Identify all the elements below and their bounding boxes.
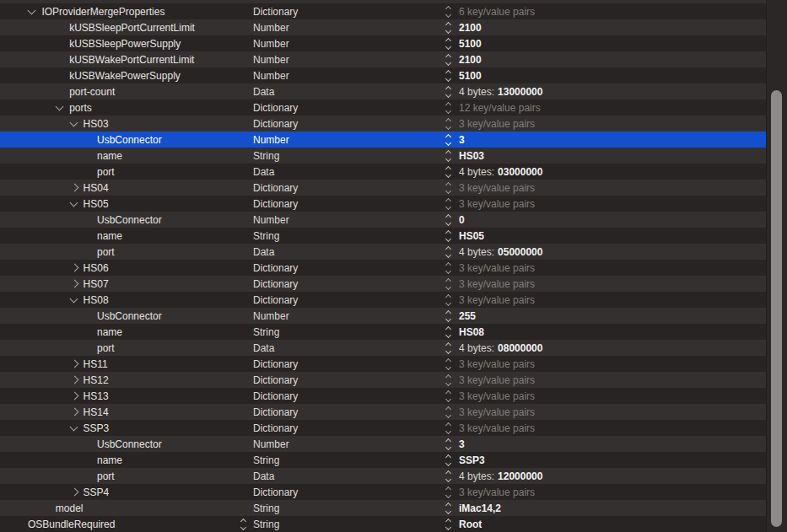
type-cell[interactable]: Data xyxy=(253,83,444,99)
plist-row[interactable]: kUSBWakePowerSupply Number 5100 xyxy=(0,67,767,83)
value-stepper-icon[interactable] xyxy=(444,391,453,401)
value-stepper-icon[interactable] xyxy=(444,39,453,49)
plist-row[interactable]: OSBundleRequired String Root xyxy=(0,516,767,532)
type-cell[interactable]: Number xyxy=(253,308,444,324)
type-cell[interactable]: Dictionary xyxy=(253,484,444,500)
value-stepper-icon[interactable] xyxy=(444,407,453,417)
type-cell[interactable]: Number xyxy=(253,132,444,148)
plist-row[interactable]: ports Dictionary 12 key/value pairs xyxy=(0,99,767,116)
type-cell[interactable]: Dictionary xyxy=(253,116,444,132)
vertical-scrollbar-track[interactable] xyxy=(766,0,787,532)
value-cell[interactable]: 4 bytes:12000000 xyxy=(444,468,767,484)
plist-row[interactable]: port Data 4 bytes:03000000 xyxy=(0,164,767,180)
disclosure-triangle-icon[interactable] xyxy=(70,360,78,368)
value-cell[interactable]: 3 key/value pairs xyxy=(444,292,767,308)
value-stepper-icon[interactable] xyxy=(444,375,453,385)
value-stepper-icon[interactable] xyxy=(444,295,453,305)
type-cell[interactable]: String xyxy=(253,500,444,516)
value-cell[interactable]: Root xyxy=(444,516,767,532)
value-stepper-icon[interactable] xyxy=(444,215,453,225)
type-cell[interactable]: String xyxy=(253,148,444,164)
value-stepper-icon[interactable] xyxy=(444,71,453,81)
type-cell[interactable]: Number xyxy=(253,51,444,67)
value-stepper-icon[interactable] xyxy=(444,231,453,241)
value-stepper-icon[interactable] xyxy=(444,103,453,113)
value-stepper-icon[interactable] xyxy=(444,23,453,33)
value-cell[interactable]: 3 key/value pairs xyxy=(444,420,767,436)
value-stepper-icon[interactable] xyxy=(444,247,453,257)
plist-row[interactable]: SSP3 Dictionary 3 key/value pairs xyxy=(0,420,767,436)
type-cell[interactable]: String xyxy=(253,228,444,244)
plist-row[interactable]: HS04 Dictionary 3 key/value pairs xyxy=(0,180,767,196)
value-stepper-icon[interactable] xyxy=(444,279,453,289)
value-cell[interactable]: 3 key/value pairs xyxy=(444,276,767,292)
value-cell[interactable]: 3 key/value pairs xyxy=(444,372,767,388)
plist-row[interactable]: UsbConnector Number 255 xyxy=(0,308,767,324)
plist-row[interactable]: HS12 Dictionary 3 key/value pairs xyxy=(0,372,767,388)
type-cell[interactable]: Data xyxy=(253,164,444,180)
value-stepper-icon[interactable] xyxy=(444,455,453,465)
value-cell[interactable]: HS05 xyxy=(444,228,767,244)
disclosure-triangle-icon[interactable] xyxy=(70,280,78,288)
type-cell[interactable]: Dictionary xyxy=(253,260,444,276)
plist-row[interactable]: port Data 4 bytes:08000000 xyxy=(0,340,767,356)
plist-row[interactable]: model String iMac14,2 xyxy=(0,500,767,516)
value-cell[interactable]: 0 xyxy=(444,212,767,228)
value-cell[interactable]: HS08 xyxy=(444,324,767,340)
value-cell[interactable]: iMac14,2 xyxy=(444,500,767,516)
plist-row[interactable]: kUSBSleepPowerSupply Number 5100 xyxy=(0,35,767,51)
value-cell[interactable]: 3 key/value pairs xyxy=(444,116,767,132)
value-stepper-icon[interactable] xyxy=(444,343,453,353)
plist-row[interactable]: HS07 Dictionary 3 key/value pairs xyxy=(0,276,767,292)
type-cell[interactable]: Data xyxy=(253,244,444,260)
plist-row[interactable]: name String HS05 xyxy=(0,228,767,244)
value-stepper-icon[interactable] xyxy=(444,487,453,497)
value-cell[interactable]: 5100 xyxy=(444,67,767,83)
plist-row[interactable]: name String HS03 xyxy=(0,148,767,164)
plist-row[interactable]: port Data 4 bytes:12000000 xyxy=(0,468,767,484)
value-cell[interactable]: 3 key/value pairs xyxy=(444,404,767,420)
value-cell[interactable]: 6 key/value pairs xyxy=(444,3,767,19)
value-cell[interactable]: 3 key/value pairs xyxy=(444,260,767,276)
type-cell[interactable]: Data xyxy=(253,468,444,484)
plist-row[interactable]: kUSBSleepPortCurrentLimit Number 2100 xyxy=(0,19,767,35)
value-cell[interactable]: 3 key/value pairs xyxy=(444,196,767,212)
disclosure-triangle-icon[interactable] xyxy=(70,264,78,272)
plist-row[interactable]: HS05 Dictionary 3 key/value pairs xyxy=(0,196,767,212)
plist-row[interactable]: UsbConnector Number 3 xyxy=(0,132,767,148)
type-cell[interactable]: Dictionary xyxy=(253,356,444,372)
value-cell[interactable]: 3 key/value pairs xyxy=(444,484,767,500)
value-stepper-icon[interactable] xyxy=(444,151,453,161)
type-cell[interactable]: Dictionary xyxy=(253,292,444,308)
type-cell[interactable]: Number xyxy=(253,67,444,83)
value-stepper-icon[interactable] xyxy=(444,87,453,97)
type-cell[interactable]: Dictionary xyxy=(253,196,444,212)
value-cell[interactable]: 4 bytes:13000000 xyxy=(444,83,767,99)
disclosure-triangle-icon[interactable] xyxy=(70,488,78,497)
value-cell[interactable]: 4 bytes:03000000 xyxy=(444,164,767,180)
value-stepper-icon[interactable] xyxy=(444,423,453,433)
plist-row[interactable]: HS11 Dictionary 3 key/value pairs xyxy=(0,356,767,372)
type-cell[interactable]: Dictionary xyxy=(253,99,444,116)
value-cell[interactable]: SSP3 xyxy=(444,452,767,468)
value-stepper-icon[interactable] xyxy=(444,471,453,481)
plist-row[interactable]: HS08 Dictionary 3 key/value pairs xyxy=(0,292,767,308)
disclosure-triangle-icon[interactable] xyxy=(70,392,78,400)
plist-row[interactable]: kUSBWakePortCurrentLimit Number 2100 xyxy=(0,51,767,67)
type-cell[interactable]: Number xyxy=(253,35,444,51)
type-cell[interactable]: Number xyxy=(253,212,444,228)
value-stepper-icon[interactable] xyxy=(444,55,453,65)
plist-row[interactable]: name String SSP3 xyxy=(0,452,767,468)
value-stepper-icon[interactable] xyxy=(444,135,453,145)
disclosure-triangle-icon[interactable] xyxy=(56,102,64,110)
value-cell[interactable]: 3 xyxy=(444,132,767,148)
plist-row[interactable]: UsbConnector Number 0 xyxy=(0,212,767,228)
value-cell[interactable]: 3 xyxy=(444,436,767,452)
value-stepper-icon[interactable] xyxy=(444,327,453,337)
plist-row[interactable]: HS06 Dictionary 3 key/value pairs xyxy=(0,260,767,276)
type-cell[interactable]: Dictionary xyxy=(253,388,444,404)
type-cell[interactable]: String xyxy=(253,516,444,532)
type-cell[interactable]: Data xyxy=(253,340,444,356)
type-cell[interactable]: Number xyxy=(253,19,444,35)
disclosure-triangle-icon[interactable] xyxy=(28,6,36,14)
